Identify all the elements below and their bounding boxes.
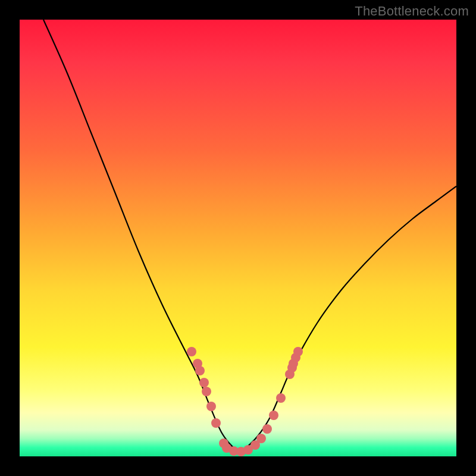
bead [195,366,205,375]
bead [211,418,221,428]
bead [202,387,211,396]
curve-layer [20,20,456,456]
chart-frame: TheBottleneck.com [0,0,476,476]
bottleneck-curve [43,20,456,452]
bead-group [187,347,303,456]
bead [187,347,196,356]
bead [269,411,278,420]
plot-area [20,20,456,456]
watermark-text: TheBottleneck.com [355,4,469,19]
bead [256,434,266,443]
bead [276,393,286,403]
bead [199,378,209,387]
bead [206,402,216,411]
bead [262,424,272,434]
bead [293,347,303,356]
